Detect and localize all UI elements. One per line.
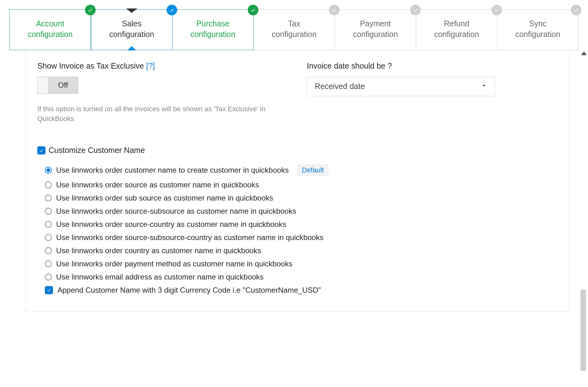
toggle-knob [38, 77, 48, 93]
radio-icon [45, 195, 52, 201]
check-icon [85, 5, 96, 15]
radio-icon [45, 208, 52, 215]
checkbox-label: Append Customer Name with 3 digit Curren… [57, 286, 321, 295]
show-invoice-toggle[interactable]: Off [37, 77, 78, 94]
radio-icon [45, 181, 52, 188]
radio-label: Use linnworks order sub source as custom… [56, 194, 273, 202]
radio-option[interactable]: Use linnworks order sub source as custom… [45, 194, 558, 202]
radio-icon [45, 274, 52, 280]
radio-label: Use linnworks email address as customer … [56, 273, 264, 281]
radio-label: Use linnworks order source-subsource-cou… [56, 233, 323, 242]
config-tabs: Account configuration Sales configuratio… [9, 9, 579, 50]
invoice-date-select[interactable]: Received date [307, 77, 495, 96]
tab-sales-configuration[interactable]: Sales configuration [91, 9, 172, 50]
radio-label: Use linnworks order source-country as cu… [56, 220, 286, 229]
check-icon [248, 5, 258, 15]
radio-option[interactable]: Use linnworks order payment method as cu… [45, 259, 558, 268]
show-invoice-hint: If this option is turned on all the invo… [37, 104, 282, 124]
active-tab-indicator [127, 46, 136, 50]
radio-icon [45, 167, 52, 174]
radio-icon [45, 260, 52, 267]
radio-option[interactable]: Use linnworks order source as customer n… [45, 180, 558, 189]
radio-option[interactable]: Use linnworks order source-country as cu… [45, 220, 558, 229]
tab-purchase-configuration[interactable]: Purchase configuration [172, 9, 254, 50]
tab-label: Tax configuration [272, 19, 316, 39]
sales-config-panel: Show Invoice as Tax Exclusive [?] Off If… [26, 50, 569, 312]
chevron-down-icon [126, 8, 137, 13]
checkbox-icon [37, 146, 45, 154]
radio-label: Use linnworks order customer name to cre… [56, 166, 289, 175]
checkbox-label: Customize Customer Name [49, 146, 145, 155]
scrollbar[interactable] [580, 53, 588, 312]
check-icon [329, 5, 340, 15]
radio-option[interactable]: Use linnworks order source-subsource as … [45, 207, 558, 216]
radio-option[interactable]: Use linnworks order customer name to cre… [45, 164, 558, 176]
check-icon [410, 5, 421, 15]
radio-option[interactable]: Use linnworks order source-subsource-cou… [45, 233, 558, 242]
tab-payment-configuration[interactable]: Payment configuration [335, 9, 416, 50]
tab-label: Sales configuration [109, 19, 154, 39]
tab-account-configuration[interactable]: Account configuration [9, 9, 91, 50]
radio-icon [45, 247, 52, 254]
scroll-thumb[interactable] [580, 290, 586, 312]
radio-label: Use linnworks order payment method as cu… [56, 259, 293, 268]
toggle-state: Off [48, 77, 78, 93]
radio-label: Use linnworks order source as customer n… [56, 180, 259, 189]
invoice-date-label: Invoice date should be ? [307, 61, 558, 71]
radio-option[interactable]: Use linnworks email address as customer … [45, 273, 558, 281]
append-currency-checkbox[interactable]: Append Customer Name with 3 digit Curren… [45, 286, 558, 295]
check-icon [167, 5, 177, 15]
customize-customer-name-checkbox[interactable]: Customize Customer Name [37, 146, 558, 155]
check-icon [491, 5, 502, 15]
tab-refund-configuration[interactable]: Refund configuration [416, 9, 497, 50]
tab-label: Sync configuration [515, 19, 560, 39]
radio-icon [45, 221, 52, 228]
radio-label: Use linnworks order country as customer … [56, 246, 261, 255]
radio-option[interactable]: Use linnworks order country as customer … [45, 246, 558, 255]
radio-icon [45, 234, 52, 241]
help-link[interactable]: [?] [146, 61, 155, 70]
radio-label: Use linnworks order source-subsource as … [56, 207, 296, 216]
tab-label: Payment configuration [353, 19, 398, 39]
tab-label: Refund configuration [434, 19, 479, 39]
show-invoice-label: Show Invoice as Tax Exclusive [?] [37, 61, 288, 71]
check-icon [571, 5, 581, 15]
select-value: Received date [315, 82, 365, 91]
customer-name-options: Use linnworks order customer name to cre… [45, 164, 558, 295]
scroll-up-arrow-icon [581, 51, 587, 55]
default-chip: Default [297, 164, 329, 176]
tab-tax-configuration[interactable]: Tax configuration [254, 9, 335, 50]
tab-sync-configuration[interactable]: Sync configuration [497, 9, 579, 50]
chevron-down-icon [480, 82, 487, 91]
tab-label: Account configuration [28, 19, 72, 39]
checkbox-icon [45, 286, 53, 294]
tab-label: Purchase configuration [190, 19, 235, 39]
